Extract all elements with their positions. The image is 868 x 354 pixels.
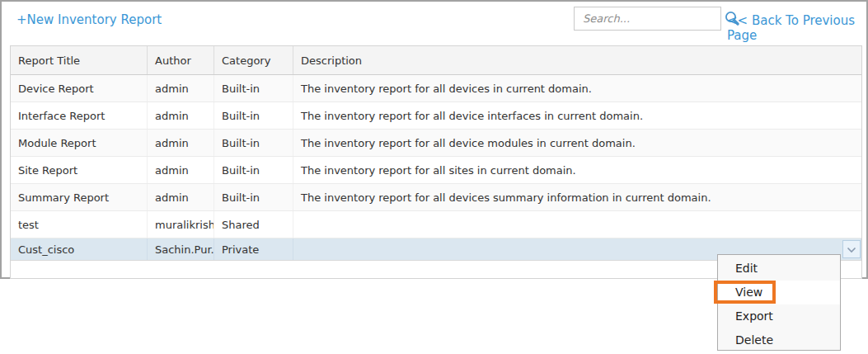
- menu-item-delete[interactable]: Delete: [718, 328, 840, 352]
- new-inventory-report-link[interactable]: +New Inventory Report: [16, 12, 162, 27]
- table-row[interactable]: Device Report admin Built-in The invento…: [11, 75, 861, 102]
- cell-category: Built-in: [214, 75, 293, 101]
- cell-category: Built-in: [214, 102, 293, 129]
- chevron-down-icon: [847, 243, 856, 256]
- column-header-category: Category: [214, 46, 293, 74]
- cell-description: The inventory report for all device modu…: [293, 130, 861, 156]
- cell-title: Interface Report: [11, 102, 148, 129]
- menu-item-export[interactable]: Export: [718, 304, 840, 328]
- menu-item-edit[interactable]: Edit: [718, 257, 840, 281]
- column-header-description: Description: [293, 46, 861, 74]
- table-row[interactable]: Site Report admin Built-in The inventory…: [11, 157, 861, 184]
- cell-title: Device Report: [11, 75, 148, 101]
- toolbar: +New Inventory Report << Back To Previou…: [2, 2, 866, 44]
- cell-description: The inventory report for all devices sum…: [293, 184, 861, 210]
- cell-category: Built-in: [214, 184, 293, 210]
- search-input[interactable]: [575, 7, 723, 30]
- cell-author: muralikrish..: [148, 211, 214, 238]
- cell-description: The inventory report for all device inte…: [293, 102, 861, 129]
- row-actions-dropdown-button[interactable]: [842, 240, 861, 258]
- cell-category: Private: [214, 238, 293, 260]
- inventory-report-panel: +New Inventory Report << Back To Previou…: [0, 0, 868, 279]
- cell-description: [293, 211, 861, 238]
- reports-table: Report Title Author Category Description…: [10, 45, 862, 279]
- cell-category: Built-in: [214, 157, 293, 183]
- table-row[interactable]: Summary Report admin Built-in The invent…: [11, 184, 861, 211]
- cell-description: The inventory report for all sites in cu…: [293, 157, 861, 183]
- cell-author: admin: [148, 102, 214, 129]
- cell-category: Built-in: [214, 130, 293, 156]
- table-header-row: Report Title Author Category Description: [11, 46, 861, 75]
- table-row[interactable]: test muralikrish.. Shared: [11, 211, 861, 238]
- cell-title: Site Report: [11, 157, 148, 183]
- cell-title: Module Report: [11, 130, 148, 156]
- search-box: [574, 7, 721, 31]
- table-row[interactable]: Interface Report admin Built-in The inve…: [11, 102, 861, 130]
- row-actions-context-menu: Edit View Export Delete: [717, 254, 841, 351]
- cell-author: Sachin.Pur..: [148, 238, 214, 260]
- column-header-author: Author: [148, 46, 214, 74]
- back-to-previous-page-link[interactable]: << Back To Previous Page: [727, 13, 866, 43]
- table-row[interactable]: Module Report admin Built-in The invento…: [11, 130, 861, 157]
- cell-description: The inventory report for all devices in …: [293, 75, 861, 101]
- cell-category: Shared: [214, 211, 293, 238]
- cell-title: test: [11, 211, 148, 238]
- cell-author: admin: [148, 75, 214, 101]
- cell-title: Cust_cisco: [11, 238, 148, 260]
- cell-author: admin: [148, 157, 214, 183]
- cell-author: admin: [148, 184, 214, 210]
- cell-title: Summary Report: [11, 184, 148, 210]
- cell-author: admin: [148, 130, 214, 156]
- menu-item-view[interactable]: View: [718, 281, 840, 304]
- column-header-report-title: Report Title: [11, 46, 148, 74]
